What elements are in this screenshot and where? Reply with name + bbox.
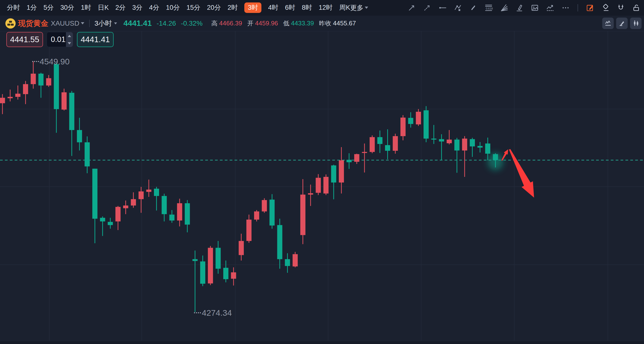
more-tools-icon[interactable]	[561, 3, 570, 12]
chevron-down-icon	[81, 22, 84, 24]
brush-icon[interactable]	[469, 3, 478, 12]
highlighter-icon[interactable]	[515, 3, 524, 12]
trading-app: 4549.904274.34 分时1分5分30分1时日K2分3分4分10分15分…	[0, 0, 644, 344]
price-change-pct: -0.32%	[181, 19, 202, 27]
prev-close-label: 昨收	[319, 19, 331, 27]
draw-pencil-button[interactable]	[616, 17, 628, 29]
timeframe-2分[interactable]: 2分	[115, 4, 126, 11]
timeframe-toolbar: 分时1分5分30分1时日K2分3分4分10分15分20分2时3时4时6时8时12…	[0, 0, 644, 16]
candle-style-button[interactable]	[630, 17, 642, 29]
high-value: 4466.39	[219, 19, 242, 27]
gold-coin-icon	[5, 18, 16, 28]
last-price: 4441.41	[124, 19, 152, 28]
polyline-icon[interactable]	[454, 3, 462, 12]
instrument-bar: 现货黄金 XAUUSD 3小时 4441.41 -14.26 -0.32% 高 …	[0, 16, 644, 31]
divider	[89, 20, 90, 27]
symbol-label: XAUUSD	[51, 19, 80, 27]
chevron-down-icon	[114, 22, 117, 24]
toolbar-separator	[578, 4, 578, 11]
image-icon[interactable]	[530, 3, 539, 12]
timeframe-30分[interactable]: 30分	[60, 4, 74, 11]
timeframe-2时[interactable]: 2时	[228, 4, 238, 11]
dashed-trend-arrow-icon[interactable]	[423, 3, 432, 12]
interval-selector[interactable]: 3小时	[94, 19, 117, 28]
drawing-toolbar: 0.618	[407, 3, 640, 12]
ohlc-strip: 高 4466.39 开 4459.96 低 4433.39 昨收 4455.67	[208, 19, 356, 27]
trade-widget: 4441.55 4441.41	[6, 32, 114, 47]
timeframe-10分[interactable]: 10分	[166, 4, 180, 11]
interval-label: 3小时	[94, 19, 112, 28]
timeframe-日K[interactable]: 日K	[98, 4, 109, 11]
sell-button[interactable]: 4441.55	[6, 32, 43, 47]
indicator-line-button[interactable]	[602, 17, 614, 29]
timeframe-4时[interactable]: 4时	[268, 4, 278, 11]
drawn-arrow-annotation-2[interactable]	[509, 149, 534, 198]
prev-close-value: 4455.67	[333, 19, 356, 27]
buy-button[interactable]: 4441.41	[77, 32, 114, 47]
chart-high-label: 4549.90	[40, 57, 70, 66]
timeframe-5分[interactable]: 5分	[44, 4, 54, 11]
quantity-increase-button[interactable]	[66, 32, 73, 39]
eraser-icon[interactable]	[601, 3, 610, 12]
symbol-selector[interactable]: XAUUSD	[51, 19, 84, 27]
horizontal-ray-icon[interactable]	[438, 3, 447, 12]
trend-arrow-icon[interactable]	[407, 3, 416, 12]
quantity-input[interactable]	[47, 32, 66, 47]
high-label: 高	[211, 19, 218, 27]
timeframe-3分[interactable]: 3分	[132, 4, 142, 11]
quantity-stepper	[47, 32, 73, 47]
gann-fan-icon[interactable]	[500, 3, 508, 12]
price-change: -14.26	[156, 19, 176, 27]
timeframe-6时[interactable]: 6时	[285, 4, 295, 11]
more-label: 更多	[350, 3, 364, 12]
timeframe-周K[interactable]: 周K	[339, 4, 350, 11]
timeframe-3时[interactable]: 3时	[244, 2, 262, 13]
chart-style-buttons	[602, 17, 642, 29]
timeframe-20分[interactable]: 20分	[207, 4, 221, 11]
instrument-name: 现货黄金	[18, 18, 48, 28]
timeframe-1分[interactable]: 1分	[27, 4, 37, 11]
timeframe-分时[interactable]: 分时	[7, 4, 20, 11]
timeframe-more-button[interactable]: 更多	[350, 3, 368, 12]
open-label: 开	[247, 19, 253, 27]
quantity-steppers	[66, 32, 73, 47]
low-label: 低	[283, 19, 289, 27]
svg-text:0.618: 0.618	[486, 7, 493, 10]
low-value: 4433.39	[291, 19, 314, 27]
fib-retracement-icon[interactable]: 0.618	[484, 3, 493, 12]
timeframe-12时[interactable]: 12时	[319, 4, 333, 11]
magnet-icon[interactable]	[616, 3, 625, 12]
candlestick-chart[interactable]: 4549.904274.34	[0, 0, 644, 344]
timeframe-1时[interactable]: 1时	[81, 4, 91, 11]
timeframe-list: 分时1分5分30分1时日K2分3分4分10分15分20分2时3时4时6时8时12…	[7, 2, 350, 13]
chart-low-label: 4274.34	[202, 308, 232, 317]
chevron-down-icon	[365, 6, 368, 9]
timeframe-8时[interactable]: 8时	[302, 4, 312, 11]
wave-arrow-icon[interactable]	[546, 3, 554, 12]
edit-drawing-icon[interactable]	[586, 3, 594, 12]
timeframe-15分[interactable]: 15分	[186, 4, 200, 11]
open-value: 4459.96	[255, 19, 278, 27]
quantity-decrease-button[interactable]	[66, 39, 73, 47]
time-axis-strip	[0, 341, 644, 344]
unlock-icon[interactable]	[632, 3, 640, 12]
drawn-arrow-annotation-1[interactable]	[501, 149, 508, 161]
timeframe-4分[interactable]: 4分	[149, 4, 159, 11]
